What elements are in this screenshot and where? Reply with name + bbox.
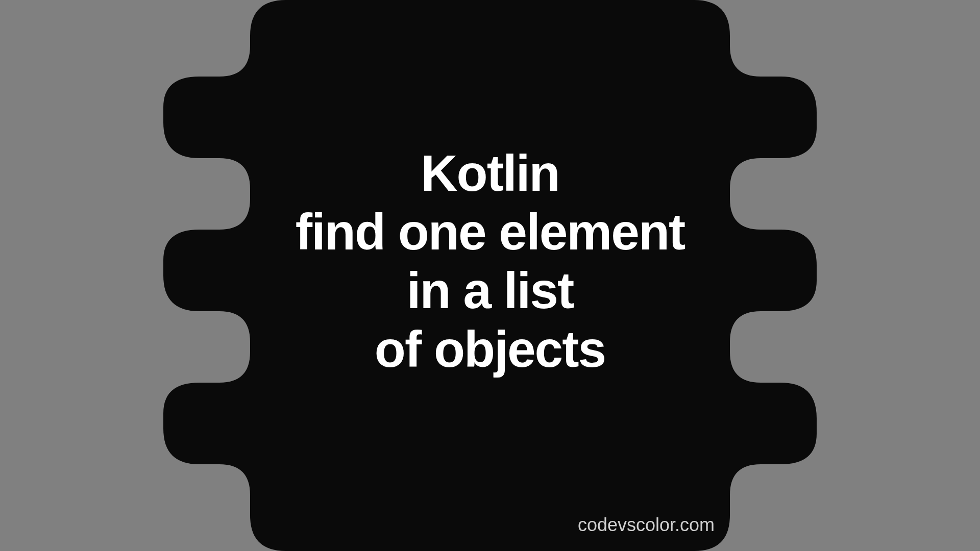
- title-content: Kotlin find one element in a list of obj…: [107, 144, 873, 379]
- title-line-2: find one element: [107, 203, 873, 261]
- title-line-1: Kotlin: [107, 144, 873, 203]
- graphic-container: Kotlin find one element in a list of obj…: [107, 0, 873, 551]
- watermark-text: codevscolor.com: [578, 514, 715, 536]
- title-line-3: in a list: [107, 261, 873, 320]
- title-line-4: of objects: [107, 320, 873, 379]
